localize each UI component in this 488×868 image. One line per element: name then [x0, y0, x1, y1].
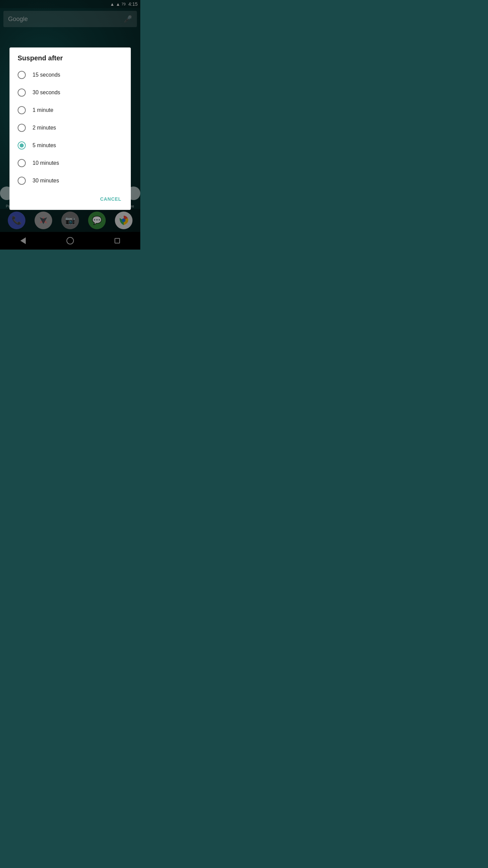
- option-10m[interactable]: 10 minutes: [9, 154, 131, 172]
- radio-15s[interactable]: [18, 71, 26, 79]
- label-5m: 5 minutes: [33, 142, 56, 149]
- label-1m: 1 minute: [33, 107, 53, 113]
- label-2m: 2 minutes: [33, 125, 56, 131]
- option-2m[interactable]: 2 minutes: [9, 119, 131, 137]
- radio-1m[interactable]: [18, 106, 26, 114]
- radio-2m[interactable]: [18, 124, 26, 132]
- radio-10m[interactable]: [18, 159, 26, 167]
- label-30m: 30 minutes: [33, 178, 59, 184]
- suspend-after-dialog: Suspend after 15 seconds 30 seconds 1 mi…: [9, 47, 131, 210]
- radio-30s[interactable]: [18, 88, 26, 97]
- option-5m[interactable]: 5 minutes: [9, 137, 131, 154]
- cancel-button[interactable]: CANCEL: [96, 194, 125, 204]
- dialog-title: Suspend after: [9, 47, 131, 66]
- radio-30m[interactable]: [18, 177, 26, 185]
- radio-5m[interactable]: [18, 141, 26, 150]
- label-15s: 15 seconds: [33, 72, 60, 78]
- label-10m: 10 minutes: [33, 160, 59, 166]
- option-30s[interactable]: 30 seconds: [9, 84, 131, 101]
- option-1m[interactable]: 1 minute: [9, 101, 131, 119]
- dialog-actions: CANCEL: [9, 191, 131, 207]
- label-30s: 30 seconds: [33, 90, 60, 96]
- option-30m[interactable]: 30 minutes: [9, 172, 131, 190]
- option-15s[interactable]: 15 seconds: [9, 66, 131, 84]
